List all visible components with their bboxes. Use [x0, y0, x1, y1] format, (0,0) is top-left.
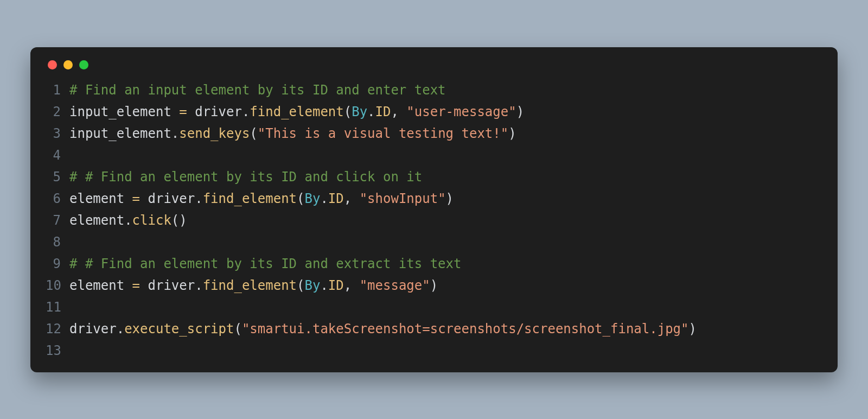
code-content: # Find an input element by its ID and en…	[69, 79, 446, 101]
line-number: 4	[46, 144, 69, 166]
token: element.	[69, 213, 132, 228]
token: driver.	[140, 278, 203, 293]
token: )	[508, 126, 516, 141]
token: # Find an input element by its ID and en…	[69, 82, 446, 98]
token: ,	[344, 278, 360, 293]
token: =	[132, 191, 140, 206]
token: (	[297, 191, 304, 206]
code-content: input_element = driver.find_element(By.I…	[69, 101, 524, 123]
token: By	[304, 191, 320, 206]
token: )	[430, 278, 438, 293]
token: =	[132, 278, 140, 293]
line-number: 6	[46, 188, 69, 210]
token: .	[367, 104, 375, 119]
code-line[interactable]: 7element.click()	[46, 210, 822, 231]
line-number: 12	[46, 318, 69, 340]
line-number: 5	[46, 166, 69, 188]
token: By	[304, 278, 320, 293]
line-number: 10	[46, 275, 69, 296]
token: find_element	[203, 278, 297, 293]
token: (	[297, 278, 304, 293]
close-icon[interactable]	[48, 60, 57, 69]
code-content: driver.execute_script("smartui.takeScree…	[69, 318, 697, 340]
code-line[interactable]: 5# # Find an element by its ID and click…	[46, 166, 822, 188]
code-line[interactable]: 4	[46, 144, 822, 166]
token: find_element	[250, 104, 343, 119]
line-number: 13	[46, 340, 69, 361]
line-number: 8	[46, 231, 69, 253]
code-line[interactable]: 6element = driver.find_element(By.ID, "s…	[46, 188, 822, 210]
token: ID	[328, 278, 344, 293]
code-line[interactable]: 13	[46, 340, 822, 361]
code-content: element.click()	[69, 210, 187, 231]
token: find_element	[203, 191, 297, 206]
token: element	[69, 278, 132, 293]
line-number: 11	[46, 296, 69, 318]
line-number: 7	[46, 210, 69, 231]
token: driver.	[187, 104, 250, 119]
token: )	[516, 104, 524, 119]
token: "showInput"	[360, 191, 446, 206]
token: =	[179, 104, 187, 119]
maximize-icon[interactable]	[79, 60, 88, 69]
token: click	[132, 213, 171, 228]
token: (	[234, 321, 241, 337]
code-line[interactable]: 11	[46, 296, 822, 318]
token: ID	[375, 104, 391, 119]
code-editor-window: 1# Find an input element by its ID and e…	[30, 47, 838, 372]
token: # # Find an element by its ID and click …	[69, 169, 422, 185]
line-number: 9	[46, 253, 69, 275]
code-line[interactable]: 1# Find an input element by its ID and e…	[46, 79, 822, 101]
token: ,	[391, 104, 406, 119]
window-controls	[46, 60, 822, 69]
token: (	[250, 126, 257, 141]
code-line[interactable]: 12driver.execute_script("smartui.takeScr…	[46, 318, 822, 340]
code-content: # # Find an element by its ID and extrac…	[69, 253, 461, 275]
token: "user-message"	[406, 104, 516, 119]
token: (	[344, 104, 352, 119]
code-content: element = driver.find_element(By.ID, "sh…	[69, 188, 454, 210]
token: "smartui.takeScreenshot=screenshots/scre…	[242, 321, 689, 337]
token: "This is a visual testing text!"	[258, 126, 508, 141]
token: execute_script	[124, 321, 234, 337]
code-line[interactable]: 10element = driver.find_element(By.ID, "…	[46, 275, 822, 296]
token: )	[689, 321, 697, 337]
token: input_element.	[69, 126, 179, 141]
token: ()	[171, 213, 187, 228]
code-content: element = driver.find_element(By.ID, "me…	[69, 275, 438, 296]
token: # # Find an element by its ID and extrac…	[69, 256, 461, 271]
token: input_element	[69, 104, 179, 119]
code-editor[interactable]: 1# Find an input element by its ID and e…	[46, 79, 822, 361]
line-number: 1	[46, 79, 69, 101]
token: "message"	[360, 278, 430, 293]
code-line[interactable]: 3input_element.send_keys("This is a visu…	[46, 123, 822, 144]
line-number: 2	[46, 101, 69, 123]
token: send_keys	[179, 126, 250, 141]
token: )	[446, 191, 454, 206]
line-number: 3	[46, 123, 69, 144]
token: ,	[344, 191, 360, 206]
code-content: input_element.send_keys("This is a visua…	[69, 123, 516, 144]
token: .	[320, 278, 328, 293]
minimize-icon[interactable]	[63, 60, 73, 69]
token: ID	[328, 191, 344, 206]
code-content: # # Find an element by its ID and click …	[69, 166, 422, 188]
token: element	[69, 191, 132, 206]
token: .	[320, 191, 328, 206]
token: By	[352, 104, 367, 119]
token: driver.	[140, 191, 203, 206]
code-line[interactable]: 8	[46, 231, 822, 253]
code-line[interactable]: 2input_element = driver.find_element(By.…	[46, 101, 822, 123]
token: driver.	[69, 321, 124, 337]
code-line[interactable]: 9# # Find an element by its ID and extra…	[46, 253, 822, 275]
